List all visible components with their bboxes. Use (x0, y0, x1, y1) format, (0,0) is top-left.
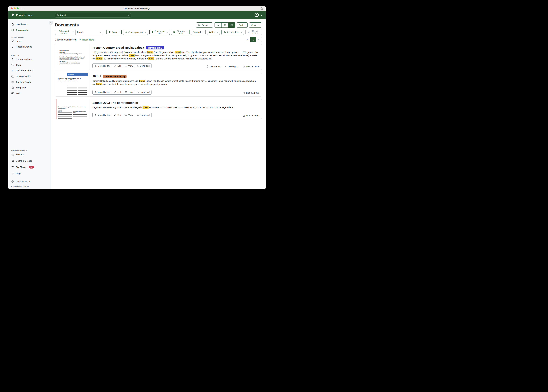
logs-icon (11, 172, 14, 175)
thumb-heading: French Country Bread (59, 50, 85, 51)
created-filter-button[interactable]: Created (191, 30, 205, 35)
list-view-icon (216, 23, 219, 27)
sidebar-item-file-tasks[interactable]: File Tasks 16 (8, 164, 51, 170)
more-like-this-button[interactable]: More like this (93, 113, 112, 117)
sort-dropdown-button[interactable]: Sort (237, 22, 248, 28)
tags-filter-button[interactable]: Tags (107, 30, 122, 35)
document-type-meta[interactable]: Invoice Test (206, 65, 221, 68)
correspondent-filter-button[interactable]: Correspondent (123, 30, 148, 35)
action-label: More like this (98, 114, 110, 116)
share-icon[interactable] (260, 7, 263, 10)
chevron-down-icon (217, 32, 218, 33)
funnel-icon (11, 45, 14, 48)
app-brand[interactable]: Paperless-ngx (11, 13, 32, 17)
pagination-prev-button[interactable]: « (245, 37, 250, 42)
documents-icon (11, 28, 14, 32)
added-filter-label: Added (209, 31, 215, 34)
document-type-filter-button[interactable]: Document type (149, 30, 170, 35)
hash-icon: # (11, 69, 14, 72)
edit-button[interactable]: Edit (112, 63, 123, 68)
view-mode-list-button[interactable] (215, 22, 221, 28)
sidebar-collapse-button[interactable]: « (49, 21, 53, 25)
filter-query-input[interactable] (76, 31, 103, 34)
advanced-search-dropdown-button[interactable]: Advanced search (55, 30, 76, 35)
action-label: View (128, 65, 133, 67)
paperless-leaf-logo-icon (11, 13, 15, 17)
sidebar-item-dashboard[interactable]: Dashboard (8, 21, 51, 27)
sidebar-item-custom-fields[interactable]: Custom Fields (8, 79, 51, 85)
person-icon (11, 58, 14, 61)
sidebar-item-storage-paths[interactable]: Storage Paths (8, 73, 51, 79)
global-search-input[interactable] (60, 14, 127, 17)
pagination-next-button[interactable]: » (256, 37, 262, 42)
view-mode-detail-button[interactable] (228, 22, 235, 28)
download-button[interactable]: Download (135, 113, 152, 117)
view-button[interactable]: View (123, 90, 135, 95)
sidebar-item-inbox[interactable]: Inbox (8, 38, 51, 44)
global-search[interactable]: ✕ (55, 13, 131, 18)
clear-filter-query-icon[interactable]: ✕ (100, 31, 102, 34)
sidebar-item-users-groups[interactable]: Users & Groups (8, 158, 51, 164)
more-like-this-button[interactable]: More like this (93, 90, 112, 95)
sidebar-item-label: Custom Fields (16, 81, 31, 83)
view-mode-grid-button[interactable] (221, 22, 228, 28)
sidebar-item-templates[interactable]: Templates (8, 85, 51, 91)
document-snippet: Legumes Tomatoes Soy milk — Nuts Whole-g… (93, 106, 259, 109)
select-dropdown-button[interactable]: Select (196, 22, 213, 28)
thumb-authors: Joan Sabaté (58, 110, 62, 111)
user-menu[interactable] (254, 13, 262, 18)
document-thumbnail[interactable]: French Country Bread For the Leaven 1 he… (55, 44, 89, 70)
action-label: More like this (98, 65, 110, 67)
created-date-meta: Sep 26, 2011 (243, 92, 259, 94)
view-button[interactable]: View (123, 63, 135, 68)
download-button[interactable]: Download (135, 63, 152, 68)
permissions-filter-label: Permissions (227, 31, 239, 34)
file-filled-icon (151, 31, 154, 34)
sidebar-item-documentation[interactable]: Documentation (8, 179, 51, 184)
pagination-page-1-button[interactable]: 1 (250, 37, 256, 42)
edit-button[interactable]: Edit (112, 113, 123, 117)
action-label: View (128, 91, 133, 93)
sidebar-item-mail[interactable]: Mail (8, 91, 51, 96)
storage-path-filter-button[interactable]: Storage path (171, 30, 189, 35)
sidebar-item-recently-added[interactable]: Recently Added (8, 44, 51, 49)
document-thumbnail[interactable]: Nutrition FYI Preparing to Prescribe Pla… (55, 73, 89, 96)
sidebar-item-correspondents[interactable]: Correspondents (8, 56, 51, 62)
tag-badge[interactable]: TagWithPartial (146, 46, 164, 49)
chevron-down-icon (261, 15, 262, 16)
thumb-authors: Caroline Trapp, MSN, APRN, BC-ADM, CDE, … (58, 82, 86, 83)
views-dropdown-button[interactable]: Views (249, 22, 262, 28)
more-like-this-button[interactable]: More like this (93, 63, 112, 68)
thumb-text-column: ABSTRACT (58, 111, 72, 119)
sidebar-item-settings[interactable]: Settings (8, 152, 51, 158)
document-thumbnail[interactable]: of Clinical Nutrition The contribution o… (55, 99, 89, 119)
folder-filled-icon (173, 31, 176, 34)
folder-icon (11, 75, 14, 78)
download-button[interactable]: Download (135, 90, 152, 95)
created-date-meta: Mar 13, 2022 (243, 65, 259, 68)
home-icon (11, 23, 14, 26)
header-actions: Select S (196, 22, 262, 28)
document-title[interactable]: 38.full (93, 75, 101, 78)
permissions-filter-button[interactable]: Permissions (221, 30, 244, 35)
pencil-icon (114, 91, 116, 94)
sidebar-item-label: Users & Groups (16, 160, 32, 162)
document-actions: More like this Edit View (93, 113, 151, 117)
reset-filters-link[interactable]: ✕ Reset filters (79, 38, 94, 41)
sidebar-item-document-types[interactable]: # Document Types (8, 68, 51, 73)
edit-button[interactable]: Edit (112, 90, 123, 95)
reset-filters-button[interactable]: ✕ Reset filters (245, 30, 262, 35)
sidebar-item-documents[interactable]: Documents (8, 27, 51, 33)
document-card: French Country Bread For the Leaven 1 he… (55, 44, 262, 70)
document-title[interactable]: Sabaté-2003-The contribution of (93, 101, 138, 105)
storage-path-meta[interactable]: Testing 12 (225, 65, 238, 68)
clear-search-icon[interactable]: ✕ (127, 14, 129, 16)
document-title[interactable]: French Country Bread Revised.docx (93, 46, 144, 49)
sidebar-item-logs[interactable]: Logs (8, 170, 51, 177)
sidebar-item-label: Mail (16, 92, 20, 95)
sidebar-item-tags[interactable]: Tags (8, 62, 51, 68)
view-button[interactable]: View (123, 113, 135, 117)
download-icon (137, 114, 139, 116)
added-filter-button[interactable]: Added (207, 30, 220, 35)
tag-badge[interactable]: Another Sample Tag (103, 75, 127, 78)
